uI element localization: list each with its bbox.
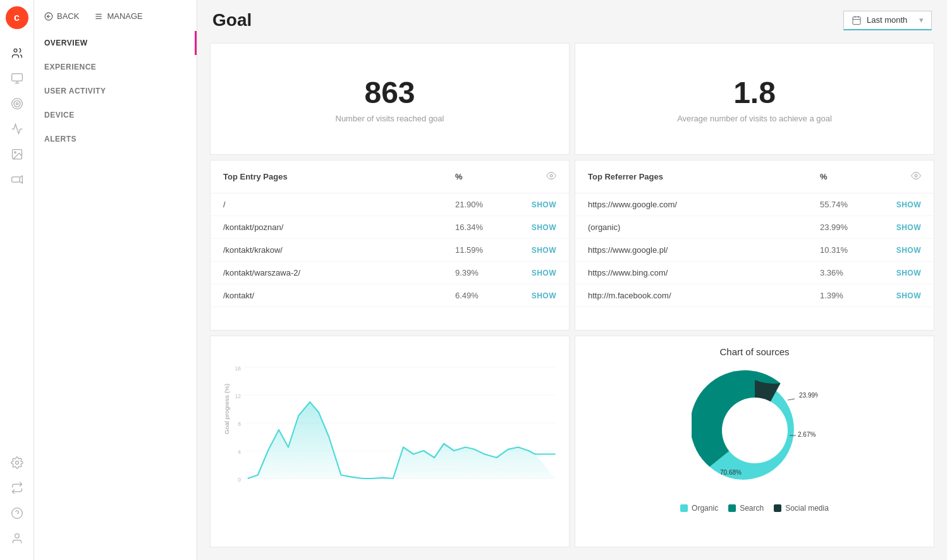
svg-point-10 (15, 461, 18, 465)
manage-label: MANAGE (107, 11, 142, 21)
nav-item-overview[interactable]: OVERVIEW (34, 31, 197, 55)
entry-page-pct: 21.90% (455, 200, 518, 209)
svg-line-49 (788, 399, 795, 400)
entry-page-name: / (223, 200, 455, 209)
table-row: /kontakt/warszawa-2/ 9.39% SHOW (211, 262, 569, 284)
stat-avg-card: 1.8 Average number of visits to achieve … (575, 43, 934, 155)
entry-page-name: /kontakt/warszawa-2/ (223, 268, 455, 277)
top-referrer-rows: https://www.google.com/ 55.74% SHOW (org… (575, 193, 934, 307)
svg-text:70.68%: 70.68% (720, 469, 742, 476)
legend-dot-social (774, 504, 781, 512)
referrer-page-pct: 10.31% (820, 245, 883, 255)
nav-item-experience[interactable]: EXPERIENCE (34, 55, 197, 79)
manage-button[interactable]: MANAGE (94, 11, 142, 21)
top-entry-pct-col: % (455, 172, 518, 181)
icon-sidebar: c (0, 0, 34, 560)
table-row: /kontakt/poznan/ 16.34% SHOW (211, 216, 569, 239)
nav-icon-refresh[interactable] (6, 477, 28, 499)
bottom-icons (6, 451, 28, 560)
entry-page-pct: 9.39% (455, 268, 518, 277)
svg-point-23 (550, 174, 553, 177)
entry-page-name: /kontakt/ (223, 291, 455, 300)
svg-point-0 (14, 49, 17, 52)
top-entry-title: Top Entry Pages (223, 172, 455, 181)
svg-point-6 (16, 102, 18, 104)
svg-point-11 (11, 508, 22, 519)
app-logo[interactable]: c (6, 6, 28, 29)
table-row: https://www.google.pl/ 10.31% SHOW (575, 239, 934, 262)
nav-item-device[interactable]: DEVICE (34, 103, 197, 127)
nav-icon-chart[interactable] (6, 118, 28, 140)
referrer-page-name: https://www.google.com/ (588, 200, 820, 209)
nav-sidebar: BACK MANAGE OVERVIEWEXPERIENCEUSER ACTIV… (34, 0, 197, 560)
entry-page-pct: 6.49% (455, 291, 518, 300)
svg-text:4: 4 (238, 449, 241, 455)
svg-text:12: 12 (235, 393, 241, 399)
stat-visits-label: Number of visits reached goal (336, 114, 444, 123)
nav-icon-person[interactable] (6, 527, 28, 550)
svg-text:2.67%: 2.67% (798, 431, 816, 438)
date-selector[interactable]: Last month ▾ (843, 11, 932, 30)
nav-icon-help[interactable] (6, 502, 28, 525)
legend-dot-search (728, 504, 736, 512)
line-chart-card: Goal progress (%) 0 4 8 12 16 31/10 03/1… (210, 336, 570, 547)
svg-text:23.99%: 23.99% (799, 392, 818, 399)
referrer-show-button[interactable]: SHOW (883, 246, 921, 255)
legend-social: Social media (774, 504, 829, 513)
entry-show-button[interactable]: SHOW (518, 246, 556, 255)
entry-page-pct: 16.34% (455, 222, 518, 232)
referrer-show-button[interactable]: SHOW (883, 291, 921, 300)
top-entry-eye-icon (518, 171, 556, 183)
line-chart-svg: Goal progress (%) 0 4 8 12 16 31/10 03/1… (221, 346, 559, 485)
referrer-page-pct: 3.36% (820, 268, 883, 277)
nav-item-alerts[interactable]: ALERTS (34, 127, 197, 151)
legend-label-search: Search (740, 504, 764, 513)
calendar-icon (852, 15, 862, 25)
top-entry-card: Top Entry Pages % / 21.90% SHOW /kontakt… (210, 160, 570, 330)
chevron-down-icon: ▾ (919, 15, 924, 25)
back-button[interactable]: BACK (44, 11, 79, 21)
stat-avg-number: 1.8 (733, 75, 776, 110)
nav-icon-video[interactable] (6, 168, 28, 191)
svg-point-8 (14, 152, 15, 154)
top-referrer-header: Top Referrer Pages % (575, 161, 934, 193)
referrer-show-button[interactable]: SHOW (883, 269, 921, 277)
nav-icon-settings[interactable] (6, 451, 28, 474)
donut-wrapper: 23.99% 2.67% 70.68% (692, 367, 818, 494)
svg-text:8: 8 (238, 421, 241, 427)
nav-icon-image[interactable] (6, 143, 28, 166)
nav-item-user_activity[interactable]: USER ACTIVITY (34, 79, 197, 103)
table-row: https://www.google.com/ 55.74% SHOW (575, 193, 934, 216)
svg-text:0: 0 (238, 477, 241, 483)
svg-point-5 (14, 100, 20, 107)
referrer-page-name: https://www.google.pl/ (588, 245, 820, 255)
top-referrer-title: Top Referrer Pages (588, 172, 820, 181)
page-title: Goal (212, 10, 252, 30)
top-referrer-card: Top Referrer Pages % https://www.google.… (575, 160, 934, 330)
referrer-show-button[interactable]: SHOW (883, 223, 921, 232)
top-referrer-eye-icon (883, 171, 921, 183)
referrer-page-pct: 23.99% (820, 222, 883, 232)
nav-icon-target[interactable] (6, 92, 28, 115)
top-referrer-pct-col: % (820, 172, 883, 181)
stat-visits-card: 863 Number of visits reached goal (210, 43, 570, 155)
main-content: Goal Last month ▾ 863 Number of visits r… (197, 0, 947, 560)
entry-page-pct: 11.59% (455, 245, 518, 255)
table-row: (organic) 23.99% SHOW (575, 216, 934, 239)
svg-point-47 (722, 398, 788, 463)
legend-search: Search (728, 504, 764, 513)
svg-text:16: 16 (235, 365, 241, 372)
nav-icon-users[interactable] (6, 42, 28, 64)
stat-avg-label: Average number of visits to achieve a go… (677, 114, 832, 123)
entry-show-button[interactable]: SHOW (518, 200, 556, 209)
referrer-show-button[interactable]: SHOW (883, 200, 921, 209)
entry-show-button[interactable]: SHOW (518, 291, 556, 300)
entry-show-button[interactable]: SHOW (518, 269, 556, 277)
entry-show-button[interactable]: SHOW (518, 223, 556, 232)
donut-legend: Organic Search Social media (680, 504, 829, 513)
table-row: /kontakt/ 6.49% SHOW (211, 284, 569, 307)
dashboard-grid: 863 Number of visits reached goal 1.8 Av… (197, 40, 947, 560)
legend-label-social: Social media (785, 504, 829, 513)
entry-page-name: /kontakt/krakow/ (223, 245, 455, 255)
nav-icon-people[interactable] (6, 67, 28, 90)
